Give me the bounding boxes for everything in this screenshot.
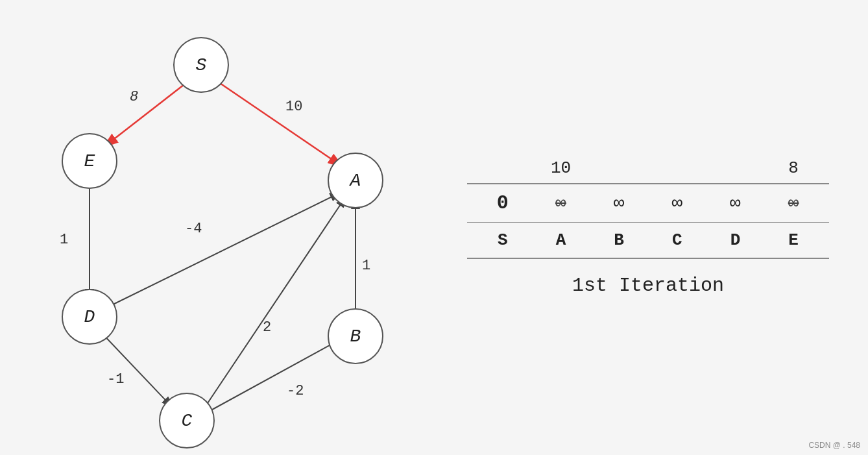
graph-area: 8 10 1 -4 -1 2 -2 1 S E A <box>0 0 428 455</box>
watermark: CSDN @ . 548 <box>808 441 860 450</box>
svg-line-1 <box>214 79 344 167</box>
dist-e: ∞ <box>774 193 813 214</box>
node-b: B <box>599 230 638 250</box>
graph-svg: 8 10 1 -4 -1 2 -2 1 S E A <box>0 0 428 455</box>
dist-s: 0 <box>483 192 522 214</box>
svg-text:8: 8 <box>130 89 138 105</box>
svg-line-3 <box>104 191 343 309</box>
dist-b: ∞ <box>599 193 638 214</box>
svg-text:-1: -1 <box>107 371 124 387</box>
svg-text:S: S <box>196 55 207 75</box>
svg-text:1: 1 <box>60 232 68 248</box>
table-area: 10 8 0 ∞ ∞ ∞ ∞ ∞ S A B <box>428 0 868 455</box>
dist-row: 0 ∞ ∞ ∞ ∞ ∞ <box>467 183 829 223</box>
main-container: 8 10 1 -4 -1 2 -2 1 S E A <box>0 0 868 455</box>
svg-line-5 <box>201 195 347 413</box>
top-val-e: 8 <box>774 158 813 178</box>
iteration-label: 1st Iteration <box>467 275 829 297</box>
node-a: A <box>541 230 580 250</box>
dist-c: ∞ <box>658 193 697 214</box>
svg-text:-4: -4 <box>185 221 202 237</box>
bellman-table: 10 8 0 ∞ ∞ ∞ ∞ ∞ S A B <box>467 158 829 297</box>
dist-a: ∞ <box>541 193 580 214</box>
svg-text:1: 1 <box>362 258 370 274</box>
node-row: S A B C D E <box>467 223 829 259</box>
top-values-row: 10 8 <box>467 158 829 178</box>
svg-text:-2: -2 <box>287 383 304 399</box>
svg-text:C: C <box>182 411 193 431</box>
svg-line-0 <box>102 78 193 148</box>
node-s: S <box>483 230 522 250</box>
svg-text:A: A <box>349 171 361 191</box>
node-e: E <box>774 230 813 250</box>
top-val-a: 10 <box>541 158 580 178</box>
svg-text:E: E <box>84 151 95 171</box>
svg-text:10: 10 <box>285 99 302 115</box>
node-c: C <box>658 230 697 250</box>
dist-d: ∞ <box>716 193 754 214</box>
svg-text:B: B <box>350 326 361 347</box>
node-d: D <box>716 230 754 250</box>
node-s-circle: S <box>483 230 522 250</box>
svg-text:2: 2 <box>263 319 271 336</box>
svg-line-4 <box>99 330 174 409</box>
svg-text:D: D <box>84 307 95 327</box>
